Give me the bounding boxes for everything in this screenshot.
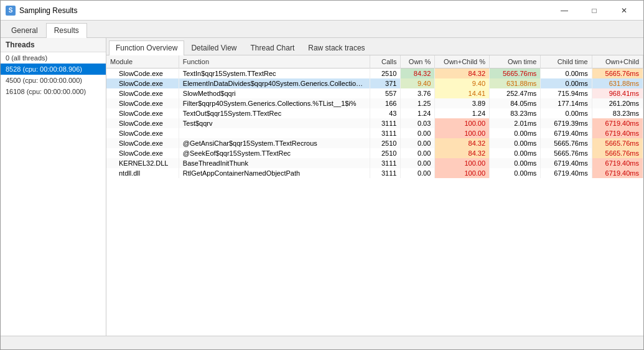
cell-own-pct: 0.00 [401,148,435,158]
cell-own-pct: 0.00 [401,128,435,138]
cell-calls: 3111 [370,158,401,168]
minimize-button[interactable]: — [550,1,579,20]
col-header-own-time[interactable]: Own time [490,55,541,69]
table-row[interactable]: SlowCode.exeFilter$qqrp40System.Generics… [106,98,643,108]
table-row[interactable]: SlowCode.exeSlowMethod$qqri5573.7614.412… [106,88,643,98]
table-row[interactable]: SlowCode.exeTest$qqrv31110.03100.002.01m… [106,118,643,128]
table-row[interactable]: ntdll.dllRtlGetAppContainerNamedObjectPa… [106,168,643,178]
cell-calls: 3111 [370,128,401,138]
cell-module: SlowCode.exe [106,118,179,128]
cell-ownchild: 5665.76ms [592,69,643,79]
cell-ownchild-pct: 9.40 [435,78,490,88]
thread-item-4500[interactable]: 4500 (cpu: 00:00:00.000) [1,75,106,86]
col-header-child-time[interactable]: Child time [541,55,592,69]
cell-child-time: 5665.76ms [541,148,592,158]
tab-results[interactable]: Results [46,23,87,38]
col-header-function[interactable]: Function [179,55,370,69]
tab-raw-stack-traces[interactable]: Raw stack traces [301,40,371,55]
cell-own-time: 252.47ms [490,88,541,98]
cell-function: @SeekEof$qqr15System.TTextRec [179,148,370,158]
main-tab-bar: General Results [1,21,643,38]
cell-function: SlowMethod$qqri [179,88,370,98]
table-row[interactable]: SlowCode.exeElementInDataDivides$qqrp40S… [106,78,643,88]
table-row[interactable]: SlowCode.exeTextIn$qqr15System.TTextRec2… [106,69,643,79]
table-header-row: Module Function Calls Own % Own+Child % … [106,55,643,69]
cell-own-time: 0.00ms [490,148,541,158]
cell-module: SlowCode.exe [106,138,179,148]
table-row[interactable]: KERNEL32.DLLBaseThreadInitThunk31110.001… [106,158,643,168]
cell-module: SlowCode.exe [106,78,179,88]
cell-own-pct: 0.03 [401,118,435,128]
cell-calls: 166 [370,98,401,108]
col-header-calls[interactable]: Calls [370,55,401,69]
cell-own-time: 0.00ms [490,138,541,148]
cell-own-time: 0.00ms [490,158,541,168]
cell-child-time: 6719.39ms [541,118,592,128]
cell-ownchild: 6719.40ms [592,128,643,138]
title-bar: S Sampling Results — □ ✕ [1,1,643,21]
cell-ownchild: 6719.40ms [592,118,643,128]
cell-calls: 43 [370,108,401,118]
tab-thread-chart[interactable]: Thread Chart [244,40,302,55]
cell-calls: 2510 [370,69,401,79]
cell-function: RtlGetAppContainerNamedObjectPath [179,168,370,178]
cell-function: TextOut$qqr15System.TTextRec [179,108,370,118]
cell-module: SlowCode.exe [106,128,179,138]
cell-child-time: 0.00ms [541,78,592,88]
cell-ownchild: 261.20ms [592,98,643,108]
cell-own-time: 5665.76ms [490,69,541,79]
table-body: SlowCode.exeTextIn$qqr15System.TTextRec2… [106,69,643,179]
maximize-button[interactable]: □ [580,1,609,20]
cell-own-pct: 3.76 [401,88,435,98]
cell-own-pct: 0.00 [401,158,435,168]
cell-ownchild: 83.23ms [592,108,643,118]
left-panel: Threads 0 (all threads) 8528 (cpu: 00:00… [1,38,106,336]
cell-own-pct: 84.32 [401,69,435,79]
cell-module: SlowCode.exe [106,98,179,108]
col-header-ownchild[interactable]: Own+Child [592,55,643,69]
thread-item-8528[interactable]: 8528 (cpu: 00:00:08.906) [1,64,106,75]
cell-own-time: 84.05ms [490,98,541,108]
cell-ownchild: 6719.40ms [592,158,643,168]
cell-own-pct: 0.00 [401,168,435,178]
table-row[interactable]: SlowCode.exe@GetAnsiChar$qqr15System.TTe… [106,138,643,148]
cell-function: Test$qqrv [179,118,370,128]
tab-general[interactable]: General [3,23,46,37]
close-button[interactable]: ✕ [610,1,638,20]
col-header-ownchild-pct[interactable]: Own+Child % [435,55,490,69]
cell-module: SlowCode.exe [106,148,179,158]
threads-header: Threads [1,38,106,52]
table-row[interactable]: SlowCode.exe31110.00100.000.00ms6719.40m… [106,128,643,138]
col-header-module[interactable]: Module [106,55,179,69]
cell-module: ntdll.dll [106,168,179,178]
cell-child-time: 177.14ms [541,98,592,108]
tab-function-overview[interactable]: Function Overview [109,40,184,55]
table-row[interactable]: SlowCode.exeTextOut$qqr15System.TTextRec… [106,108,643,118]
sub-tab-bar: Function Overview Detailed View Thread C… [106,38,643,55]
cell-ownchild-pct: 14.41 [435,88,490,98]
cell-ownchild-pct: 100.00 [435,128,490,138]
cell-child-time: 6719.40ms [541,168,592,178]
cell-ownchild-pct: 3.89 [435,98,490,108]
cell-child-time: 715.94ms [541,88,592,98]
col-header-own-pct[interactable]: Own % [401,55,435,69]
thread-item-all[interactable]: 0 (all threads) [1,52,106,64]
main-window: S Sampling Results — □ ✕ General Results… [0,0,644,350]
cell-ownchild: 968.41ms [592,88,643,98]
window-title: Sampling Results [19,6,550,15]
cell-function: Filter$qqrp40System.Generics.Collections… [179,98,370,108]
cell-own-time: 0.00ms [490,168,541,178]
cell-module: KERNEL32.DLL [106,158,179,168]
cell-ownchild-pct: 84.32 [435,69,490,79]
function-table-container: Module Function Calls Own % Own+Child % … [106,55,643,336]
cell-function: @GetAnsiChar$qqr15System.TTextRecrous [179,138,370,148]
tab-detailed-view[interactable]: Detailed View [184,40,243,55]
cell-calls: 371 [370,78,401,88]
cell-ownchild: 631.88ms [592,78,643,88]
cell-ownchild-pct: 100.00 [435,158,490,168]
thread-item-16108[interactable]: 16108 (cpu: 00:00:00.000) [1,86,106,97]
cell-calls: 2510 [370,148,401,158]
table-row[interactable]: SlowCode.exe@SeekEof$qqr15System.TTextRe… [106,148,643,158]
function-table: Module Function Calls Own % Own+Child % … [106,55,643,178]
cell-child-time: 6719.40ms [541,158,592,168]
